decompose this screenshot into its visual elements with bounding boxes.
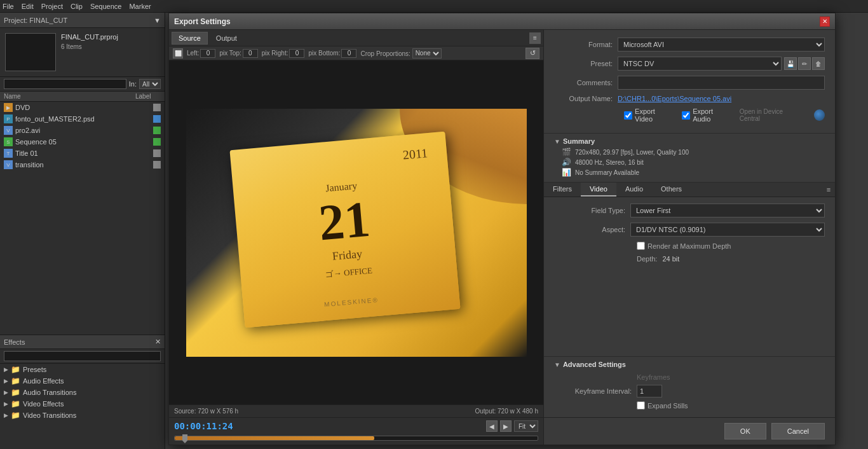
effects-label: Audio Effects xyxy=(23,377,64,385)
expand-stills-input[interactable] xyxy=(637,401,645,410)
settings-top: Format: Microsoft AVI Preset: NTSC DV 💾 … xyxy=(544,30,835,134)
summary-audio-item: 🔊 48000 Hz, Stereo, 16 bit xyxy=(554,158,825,167)
export-video-checkbox[interactable]: Export Video xyxy=(624,107,672,123)
render-max-depth-checkbox[interactable]: Render at Maximum Depth xyxy=(637,242,731,250)
comments-label: Comments: xyxy=(554,79,618,86)
comments-input[interactable] xyxy=(618,76,825,90)
preset-icons: 💾 ✏ 🗑 xyxy=(784,57,825,70)
tab-audio[interactable]: Audio xyxy=(616,183,652,197)
project-filename: FINAL_CUT.prproj xyxy=(61,33,159,41)
folder-icon: 📁 xyxy=(11,411,20,420)
menu-file[interactable]: File xyxy=(3,3,14,10)
cal-brand: MOLESKINE® xyxy=(323,296,378,307)
effects-item-video-effects[interactable]: ▶ 📁 Video Effects xyxy=(0,398,165,410)
depth-value: 24 bit xyxy=(662,255,679,263)
keyframe-interval-label: Keyframe Interval: xyxy=(554,387,637,395)
search-input[interactable] xyxy=(4,79,126,89)
format-select[interactable]: Microsoft AVI xyxy=(618,38,825,52)
field-type-select[interactable]: Lower First xyxy=(630,204,825,218)
timeline-track[interactable] xyxy=(174,436,538,441)
export-audio-input[interactable] xyxy=(682,111,690,120)
crop-right-input[interactable] xyxy=(289,49,304,58)
effects-panel: Effects ✕ ▶ 📁 Presets ▶ 📁 Audio Effects xyxy=(0,335,165,449)
crop-tool-button[interactable]: ⬜ xyxy=(173,48,183,59)
dialog-titlebar: Export Settings ✕ xyxy=(169,13,835,30)
render-max-depth-input[interactable] xyxy=(637,242,645,250)
play-back-button[interactable]: ◀ xyxy=(486,420,498,432)
cancel-button[interactable]: Cancel xyxy=(771,423,825,439)
folder-icon: 📁 xyxy=(11,365,20,374)
save-preset-button[interactable]: 💾 xyxy=(784,57,797,70)
list-item[interactable]: T Title 01 xyxy=(0,148,165,159)
menu-project[interactable]: Project xyxy=(41,3,63,10)
search-filter-dropdown[interactable]: All xyxy=(139,79,161,89)
folder-icon: 📁 xyxy=(11,376,20,385)
playback-buttons: ◀ ▶ Fit xyxy=(486,420,538,432)
crop-reset-button[interactable]: ↺ xyxy=(526,48,539,59)
effects-item-audio-transitions[interactable]: ▶ 📁 Audio Transitions xyxy=(0,387,165,398)
tab-video[interactable]: Video xyxy=(581,183,616,197)
list-item[interactable]: ▶ DVD xyxy=(0,102,165,113)
advanced-expand-arrow[interactable]: ▼ xyxy=(554,361,560,368)
file-name: Sequence 05 xyxy=(15,138,151,146)
menu-clip[interactable]: Clip xyxy=(71,3,83,10)
delete-preset-button[interactable]: 🗑 xyxy=(812,57,825,70)
list-item[interactable]: V transition xyxy=(0,159,165,170)
aspect-select[interactable]: D1/DV NTSC (0.9091) xyxy=(630,223,825,237)
search-bar: In: All xyxy=(0,77,165,92)
expand-stills-checkbox[interactable]: Expand Stills xyxy=(637,401,688,410)
crop-top-input[interactable] xyxy=(243,49,258,58)
tab-menu-button[interactable]: ≡ xyxy=(529,32,541,44)
close-button[interactable]: ✕ xyxy=(820,17,830,27)
folder-icon: 📁 xyxy=(11,399,20,408)
list-item[interactable]: P fonto_out_MASTER2.psd xyxy=(0,113,165,125)
summary-expand-arrow[interactable]: ▼ xyxy=(554,138,560,145)
crop-proportions-select[interactable]: None xyxy=(412,48,442,59)
menu-sequence[interactable]: Sequence xyxy=(90,3,122,10)
export-audio-checkbox[interactable]: Export Audio xyxy=(682,107,729,123)
device-central-icon xyxy=(814,109,825,121)
preset-select[interactable]: NTSC DV xyxy=(618,57,782,71)
media-icon: V xyxy=(4,126,13,135)
summary-video-item: 🎬 720x480, 29.97 [fps], Lower, Quality 1… xyxy=(554,148,825,156)
effects-label: Video Effects xyxy=(23,400,64,408)
effects-item-presets[interactable]: ▶ 📁 Presets xyxy=(0,364,165,375)
crop-bottom-label: pix Bottom: xyxy=(308,50,340,57)
cal-year: 2011 xyxy=(402,146,428,162)
color-label xyxy=(153,149,161,157)
file-name: DVD xyxy=(15,104,151,111)
list-item[interactable]: S Sequence 05 xyxy=(0,136,165,148)
crop-bottom-input[interactable] xyxy=(341,49,356,58)
project-thumbnail xyxy=(5,33,56,71)
keyframes-label: Keyframes xyxy=(554,373,825,381)
tab-others[interactable]: Others xyxy=(652,183,691,197)
keyframe-interval-input[interactable] xyxy=(637,385,662,397)
dialog-body: Source Output ≡ ⬜ Left: pix Top: xyxy=(169,30,835,445)
crop-right-label: pix Right: xyxy=(262,50,288,57)
effects-close[interactable]: ✕ xyxy=(155,338,161,346)
export-video-input[interactable] xyxy=(624,111,632,120)
output-name-link[interactable]: D:\CHR1...0\Eports\Sequence 05.avi xyxy=(618,95,731,102)
calendar-paper: 2011 January 21 Friday ゴ→ OFFICE MOLESKI… xyxy=(229,131,460,328)
fit-select[interactable]: Fit xyxy=(514,420,538,432)
list-item[interactable]: V pro2.avi xyxy=(0,125,165,136)
expand-arrow: ▶ xyxy=(4,401,8,407)
crop-left-input[interactable] xyxy=(200,49,215,58)
edit-preset-button[interactable]: ✏ xyxy=(798,57,811,70)
tab-source[interactable]: Source xyxy=(172,32,208,45)
color-label xyxy=(153,138,161,146)
tab-output[interactable]: Output xyxy=(209,32,244,45)
effects-search-input[interactable] xyxy=(4,351,161,361)
effects-item-audio-effects[interactable]: ▶ 📁 Audio Effects xyxy=(0,375,165,387)
menu-edit[interactable]: Edit xyxy=(22,3,34,10)
export-video-label: Export Video xyxy=(635,107,672,123)
tabs-menu-button[interactable]: ≡ xyxy=(822,183,835,196)
menu-marker[interactable]: Marker xyxy=(129,3,151,10)
export-audio-label: Export Audio xyxy=(693,107,729,123)
ok-button[interactable]: OK xyxy=(724,423,766,439)
effects-item-video-transitions[interactable]: ▶ 📁 Video Transitions xyxy=(0,410,165,421)
timeline-row xyxy=(169,434,543,445)
tab-filters[interactable]: Filters xyxy=(544,183,581,197)
color-label xyxy=(153,115,161,123)
play-forward-button[interactable]: ▶ xyxy=(500,420,512,432)
